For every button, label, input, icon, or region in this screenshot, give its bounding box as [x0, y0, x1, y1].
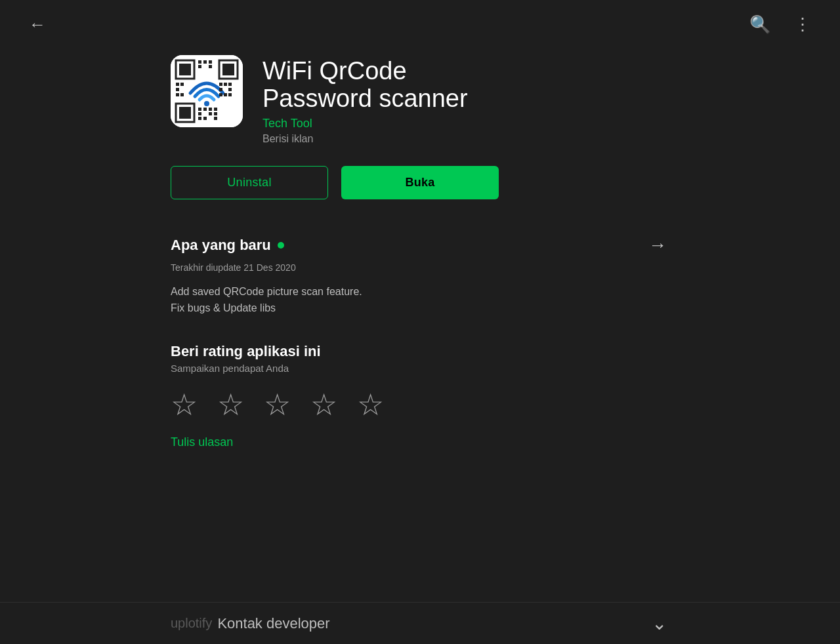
- svg-rect-8: [203, 60, 207, 64]
- footer-label: Kontak developer: [217, 615, 329, 632]
- top-bar-right: 🔍 ⋮: [747, 13, 814, 35]
- svg-rect-23: [219, 93, 222, 96]
- svg-rect-24: [224, 93, 227, 96]
- uninstall-button[interactable]: Uninstal: [171, 166, 328, 199]
- svg-rect-31: [209, 112, 212, 115]
- whats-new-text: Add saved QRCode picture scan feature. F…: [171, 283, 669, 317]
- write-review-button[interactable]: Tulis ulasan: [171, 435, 233, 449]
- svg-rect-9: [209, 60, 212, 64]
- svg-rect-29: [214, 108, 217, 111]
- svg-point-17: [204, 101, 209, 106]
- app-ad-label: Berisi iklan: [262, 133, 468, 145]
- search-button[interactable]: 🔍: [747, 13, 773, 35]
- more-button[interactable]: ⋮: [791, 13, 814, 35]
- svg-rect-18: [219, 83, 222, 86]
- app-title: WiFi QrCode Password scanner: [262, 58, 468, 113]
- svg-rect-21: [219, 88, 222, 91]
- whats-new-date: Terakhir diupdate 21 Des 2020: [171, 262, 669, 273]
- new-dot: [278, 242, 284, 249]
- svg-rect-2: [179, 64, 191, 75]
- app-icon: [171, 55, 243, 127]
- svg-rect-15: [180, 83, 184, 86]
- svg-rect-12: [176, 83, 179, 86]
- open-button[interactable]: Buka: [341, 166, 499, 199]
- star-5[interactable]: ☆: [357, 390, 384, 420]
- whats-new-section: Apa yang baru → Terakhir diupdate 21 Des…: [171, 232, 669, 317]
- svg-rect-14: [176, 93, 179, 96]
- rating-section: Beri rating aplikasi ini Sampaikan penda…: [171, 343, 669, 449]
- svg-rect-32: [214, 112, 217, 115]
- svg-rect-28: [209, 108, 212, 111]
- rating-title: Beri rating aplikasi ini: [171, 343, 669, 360]
- main-content: WiFi QrCode Password scanner Tech Tool B…: [0, 42, 840, 449]
- svg-rect-35: [214, 117, 217, 120]
- footer-left: uplotify Kontak developer: [171, 615, 330, 632]
- star-2[interactable]: ☆: [217, 390, 244, 420]
- svg-rect-34: [203, 117, 207, 120]
- whats-new-title-row: Apa yang baru: [171, 237, 284, 254]
- svg-rect-33: [198, 117, 201, 120]
- svg-rect-4: [222, 64, 234, 75]
- svg-rect-16: [180, 93, 184, 96]
- svg-rect-30: [198, 112, 201, 115]
- star-3[interactable]: ☆: [264, 390, 291, 420]
- action-buttons: Uninstal Buka: [171, 166, 669, 199]
- svg-rect-10: [198, 65, 201, 68]
- rating-subtitle: Sampaikan pendapat Anda: [171, 363, 669, 374]
- whats-new-title: Apa yang baru: [171, 237, 271, 254]
- app-header: WiFi QrCode Password scanner Tech Tool B…: [171, 55, 669, 145]
- svg-rect-26: [198, 108, 201, 111]
- svg-rect-11: [209, 65, 212, 68]
- back-button[interactable]: ←: [26, 13, 49, 35]
- svg-rect-6: [179, 107, 191, 119]
- top-bar-left: ←: [26, 13, 49, 35]
- svg-rect-13: [176, 88, 179, 91]
- svg-rect-7: [198, 60, 201, 64]
- svg-rect-27: [203, 108, 207, 111]
- stars-row: ☆ ☆ ☆ ☆ ☆: [171, 390, 669, 420]
- whats-new-header: Apa yang baru →: [171, 232, 669, 258]
- svg-rect-25: [228, 93, 232, 96]
- app-developer[interactable]: Tech Tool: [262, 117, 468, 131]
- svg-rect-20: [228, 83, 232, 86]
- watermark: uplotify: [171, 616, 212, 631]
- star-4[interactable]: ☆: [310, 390, 337, 420]
- whats-new-arrow[interactable]: →: [646, 232, 669, 258]
- expand-button[interactable]: ⌄: [649, 610, 669, 637]
- bottom-bar: uplotify Kontak developer ⌄: [0, 602, 840, 644]
- svg-rect-19: [224, 83, 227, 86]
- app-info: WiFi QrCode Password scanner Tech Tool B…: [262, 55, 468, 145]
- star-1[interactable]: ☆: [171, 390, 198, 420]
- top-bar: ← 🔍 ⋮: [0, 0, 840, 42]
- svg-rect-22: [228, 88, 232, 91]
